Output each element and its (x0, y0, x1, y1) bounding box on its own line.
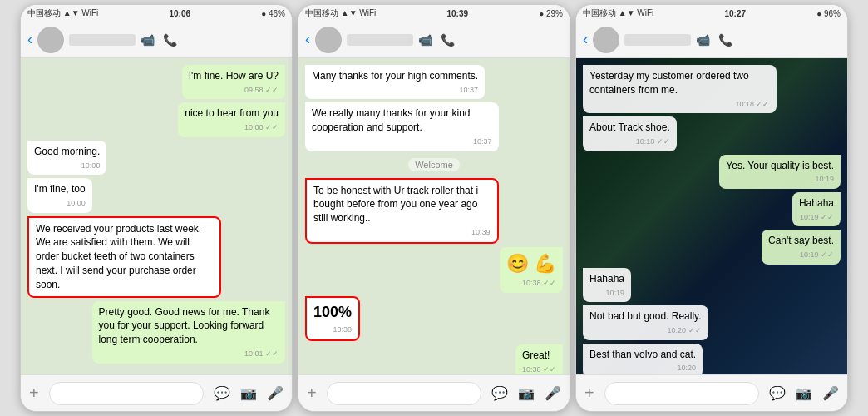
message-bubble: Yesterday my customer ordered two contai… (583, 65, 777, 113)
message-bubble: I'm fine, too10:00 (27, 178, 92, 212)
microphone-icon[interactable]: 🎤 (545, 385, 561, 401)
message-bubble: Hahaha10:19 ✓✓ (792, 192, 841, 226)
message-bubble: To be honest with Ur track roller that i… (305, 178, 499, 244)
message-row: Good morning.10:00 (27, 141, 285, 175)
message-text: Hahaha (589, 272, 624, 286)
chat-header: ‹ 📹 📞 (298, 22, 570, 58)
message-bubble: Best than volvo and cat.10:20 (583, 344, 703, 374)
message-input[interactable] (327, 382, 481, 405)
header-action-icons: 📹 📞 (141, 33, 177, 47)
camera-icon[interactable]: 📷 (518, 385, 535, 401)
voice-call-icon[interactable]: 📞 (441, 33, 455, 47)
message-row: 100%10:38 (305, 296, 563, 341)
message-time: 10:18 ✓✓ (589, 136, 670, 147)
chat-messages-area: Yesterday my customer ordered two contai… (576, 58, 847, 374)
message-row: nice to hear from you10:00 ✓✓ (27, 102, 285, 136)
message-text: Yes. Your quality is best. (726, 159, 834, 173)
message-bubble: Not bad but good. Really.10:20 ✓✓ (583, 305, 708, 339)
status-bar: 中国移动 ▲▼ WiFi 10:39 ● 29% (298, 5, 570, 22)
chat-header: ‹ 📹 📞 (576, 22, 847, 58)
message-text: About Track shoe. (589, 121, 670, 135)
message-bubble: 100%10:38 (305, 296, 360, 341)
message-text: Yesterday my customer ordered two contai… (589, 69, 770, 97)
message-text: I'm fine, too (34, 182, 86, 196)
message-time: 10:19 (726, 174, 834, 185)
chat-icon[interactable]: 💬 (769, 385, 786, 401)
phone-3: 中国移动 ▲▼ WiFi 10:27 ● 96% ‹ 📹 📞 Yesterday… (575, 4, 848, 412)
avatar (593, 27, 619, 53)
battery-label: ● 46% (261, 9, 285, 18)
message-time: 10:37 (312, 85, 478, 96)
camera-icon[interactable]: 📷 (240, 385, 257, 401)
message-text: I'm fine. How are U? (189, 69, 279, 83)
message-bubble: Great!10:38 ✓✓ (515, 344, 563, 374)
message-input[interactable] (604, 382, 759, 405)
message-text: Hahaha (799, 196, 834, 210)
message-time: 09:58 ✓✓ (189, 85, 279, 96)
message-bubble: Yes. Your quality is best.10:19 (719, 155, 841, 189)
message-bubble: Can't say best.10:19 ✓✓ (762, 230, 841, 264)
message-text: We received your products last week. We … (36, 222, 213, 292)
message-row: Hahaha10:19 (583, 268, 841, 302)
message-row: 😊 💪10:38 ✓✓ (305, 247, 563, 293)
message-text: nice to hear from you (185, 106, 279, 121)
header-action-icons: 📹 📞 (418, 33, 455, 47)
message-row: Many thanks for your high comments.10:37 (305, 65, 563, 99)
message-time: 10:19 (589, 288, 624, 299)
message-text: We really many thanks for your kind coop… (312, 106, 492, 135)
bottom-input-bar: + 💬 📷 🎤 (298, 374, 570, 411)
video-call-icon[interactable]: 📹 (418, 33, 432, 47)
message-row: Yes. Your quality is best.10:19 (583, 155, 841, 189)
message-bubble: nice to hear from you10:00 ✓✓ (178, 102, 285, 136)
message-time: 10:20 ✓✓ (589, 325, 702, 336)
message-row: Hahaha10:19 ✓✓ (583, 192, 841, 226)
message-input[interactable] (49, 382, 204, 405)
video-call-icon[interactable]: 📹 (696, 33, 710, 47)
message-bubble: I'm fine. How are U?09:58 ✓✓ (182, 65, 285, 99)
message-text: 100% (313, 302, 352, 323)
microphone-icon[interactable]: 🎤 (822, 385, 839, 401)
message-row: We received your products last week. We … (27, 216, 285, 298)
back-button[interactable]: ‹ (305, 31, 310, 48)
voice-call-icon[interactable]: 📞 (718, 33, 732, 47)
time-label: 10:06 (169, 9, 190, 18)
message-bubble: Good morning.10:00 (27, 141, 106, 175)
system-message: Welcome (408, 158, 460, 171)
chat-icon[interactable]: 💬 (491, 385, 508, 401)
battery-label: ● 29% (539, 9, 563, 18)
battery-label: ● 96% (816, 9, 841, 18)
message-text: Many thanks for your high comments. (312, 69, 478, 83)
chat-header: ‹ 📹 📞 (21, 22, 292, 58)
back-button[interactable]: ‹ (583, 31, 588, 48)
time-label: 10:39 (446, 9, 468, 18)
video-call-icon[interactable]: 📹 (141, 33, 155, 47)
header-action-icons: 📹 📞 (696, 33, 732, 47)
add-button[interactable]: + (29, 384, 39, 403)
message-bubble: Many thanks for your high comments.10:37 (305, 65, 485, 99)
microphone-icon[interactable]: 🎤 (267, 385, 284, 401)
avatar (315, 27, 342, 53)
add-button[interactable]: + (307, 384, 317, 403)
avatar (37, 27, 64, 53)
message-row: Great!10:38 ✓✓ (305, 344, 563, 374)
message-bubble: Hahaha10:19 (583, 268, 631, 302)
message-row: Not bad but good. Really.10:20 ✓✓ (583, 305, 841, 339)
message-row: Pretty good. Good news for me. Thank you… (27, 301, 285, 364)
chat-icon[interactable]: 💬 (214, 385, 230, 401)
add-button[interactable]: + (584, 384, 594, 403)
message-row: Can't say best.10:19 ✓✓ (583, 230, 841, 264)
message-time: 10:38 ✓✓ (506, 278, 556, 289)
phone-1: 中国移动 ▲▼ WiFi 10:06 ● 46% ‹ 📹 📞 I'm fine.… (20, 4, 293, 412)
message-text: Best than volvo and cat. (589, 348, 696, 362)
phone-2: 中国移动 ▲▼ WiFi 10:39 ● 29% ‹ 📹 📞 Many than… (298, 4, 570, 412)
camera-icon[interactable]: 📷 (796, 385, 812, 401)
message-time: 10:01 ✓✓ (99, 349, 279, 359)
message-time: 10:38 (313, 324, 352, 335)
message-bubble: We really many thanks for your kind coop… (305, 102, 499, 151)
voice-call-icon[interactable]: 📞 (163, 33, 177, 47)
message-time: 10:39 (313, 227, 491, 238)
back-button[interactable]: ‹ (27, 31, 32, 48)
bottom-input-bar: + 💬 📷 🎤 (576, 374, 847, 411)
message-row: To be honest with Ur track roller that i… (305, 178, 563, 244)
message-text: Can't say best. (768, 234, 834, 248)
